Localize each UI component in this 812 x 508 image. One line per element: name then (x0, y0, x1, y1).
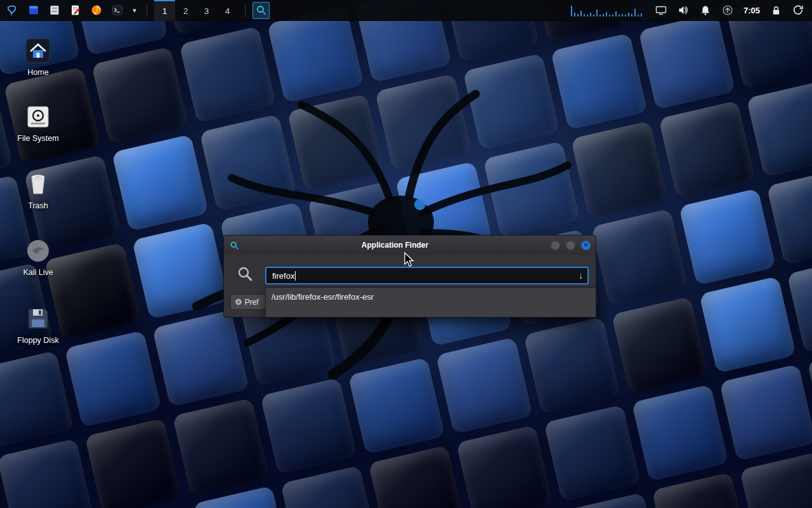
launcher-firefox-icon[interactable] (88, 2, 105, 19)
desktop-icon-kali-live[interactable]: Kali Live (11, 237, 65, 277)
search-input[interactable]: firefox ↓ (265, 267, 589, 284)
wallpaper-cube (173, 398, 270, 495)
launcher-file-manager-icon[interactable] (46, 2, 63, 19)
wallpaper-cube (280, 465, 378, 508)
workspace-1[interactable]: 1 (154, 0, 175, 21)
wallpaper-cube (740, 451, 812, 508)
wallpaper-cube (699, 276, 797, 374)
volume-icon[interactable] (677, 4, 690, 17)
cpu-graph-icon (570, 3, 645, 18)
wallpaper-cube (368, 445, 466, 508)
wallpaper-cube (571, 121, 669, 218)
completion-item[interactable]: /usr/lib/firefox-esr/firefox-esr (266, 288, 596, 306)
desktop-icon-file-system[interactable]: File System (11, 103, 65, 143)
wallpaper-cube (544, 404, 641, 502)
preferences-button[interactable]: ⚙ Pref (230, 294, 267, 310)
updates-icon[interactable] (721, 4, 734, 17)
file-cabinet-icon (48, 4, 61, 17)
desktop-icon-home[interactable]: Home (11, 37, 65, 77)
workspace-4[interactable]: 4 (217, 0, 238, 21)
wallpaper-cube (746, 80, 812, 178)
chevron-down-icon[interactable]: ▾ (129, 2, 140, 19)
wallpaper-cube (64, 330, 162, 428)
launcher-text-editor-icon[interactable] (67, 2, 84, 19)
wallpaper-cube (679, 188, 776, 286)
wallpaper-cube (611, 297, 709, 394)
file-system-icon (24, 103, 52, 131)
desktop-icon-label: Floppy Disk (11, 336, 65, 345)
wallpaper-cube (84, 418, 182, 508)
kali-menu-button[interactable] (4, 2, 21, 19)
application-finder-icon (256, 4, 267, 16)
close-icon: ✕ (584, 243, 589, 248)
workspace-3[interactable]: 3 (196, 0, 217, 21)
wallpaper-cube (0, 351, 74, 448)
desktop-icon-label: File System (11, 134, 65, 143)
top-panel: ▾ 1 2 3 4 (0, 0, 812, 21)
wallpaper-cube (0, 438, 94, 508)
wallpaper-cube (658, 100, 756, 198)
dropdown-arrow-icon[interactable]: ↓ (579, 271, 583, 281)
desktop-icon-floppy-disk[interactable]: Floppy Disk (11, 305, 65, 345)
notifications-icon[interactable] (699, 4, 712, 17)
wallpaper-cube (456, 425, 554, 508)
wallpaper-cube (631, 384, 729, 482)
window-body: firefox ↓ ⚙ Pref /usr/lib/firefox-esr/fi… (224, 255, 596, 317)
panel-separator (147, 3, 147, 17)
search-icon (237, 265, 253, 284)
titlebar[interactable]: Application Finder ✕ (224, 236, 596, 255)
desktop-icon-label: Kali Live (11, 268, 65, 277)
firefox-icon (90, 4, 103, 17)
desktop-icon-label: Home (11, 68, 65, 77)
cpu-graph[interactable] (570, 3, 645, 18)
app-finder-launcher[interactable] (252, 2, 270, 19)
trash-icon (24, 170, 52, 198)
display-icon[interactable] (655, 4, 667, 17)
wallpaper-cube (638, 13, 736, 110)
wallpaper-cube (766, 168, 812, 265)
application-finder-window-icon (229, 240, 239, 250)
completion-popup: /usr/lib/firefox-esr/firefox-esr (265, 287, 596, 318)
window-icon (27, 4, 40, 17)
minimize-button[interactable] (551, 241, 560, 250)
application-finder-window: Application Finder ✕ firefox ↓ ⚙ Pref /u… (223, 235, 596, 318)
panel-separator (245, 3, 246, 17)
maximize-button[interactable] (566, 241, 575, 250)
wallpaper-cube (719, 364, 812, 462)
text-caret (295, 271, 296, 281)
gear-icon: ⚙ (235, 298, 242, 306)
terminal-icon (111, 4, 124, 17)
window-controls: ✕ (551, 241, 591, 250)
lock-icon[interactable] (769, 4, 782, 17)
desktop-icon-trash[interactable]: Trash (11, 170, 65, 210)
home-icon (24, 37, 52, 65)
workspace-switcher: 1 2 3 4 (154, 0, 238, 21)
desktop-icon-label: Trash (11, 201, 65, 210)
preferences-label: Pref (245, 298, 259, 307)
kali-logo-icon (6, 4, 19, 17)
workspace-2[interactable]: 2 (175, 0, 196, 21)
launcher-window-icon[interactable] (25, 2, 42, 19)
text-editor-icon (69, 4, 82, 17)
window-title: Application Finder (243, 241, 547, 250)
wallpaper-cube (591, 208, 689, 306)
launcher-terminal-icon[interactable] (108, 2, 126, 19)
session-logout-icon[interactable] (792, 4, 804, 17)
floppy-disk-icon (24, 305, 52, 333)
kali-live-icon (24, 237, 52, 265)
search-input-value: firefox (272, 271, 294, 281)
close-button[interactable]: ✕ (581, 241, 591, 250)
clock[interactable]: 7:05 (743, 6, 760, 15)
panel-tray: 7:05 (570, 3, 808, 18)
